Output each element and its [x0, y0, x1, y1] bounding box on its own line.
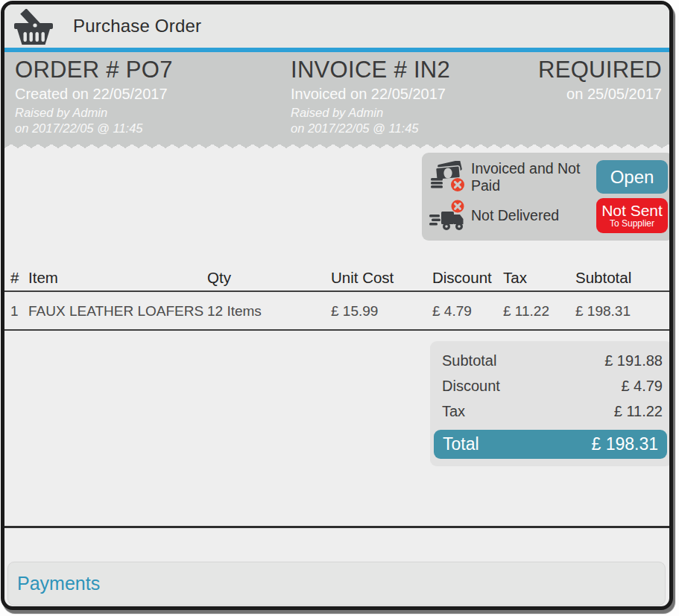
item-row-tax: £ 11.22: [503, 303, 575, 320]
totals-subtotal-row: Subtotal £ 191.88: [442, 348, 663, 373]
required-info: REQUIRED on 25/05/2017: [538, 57, 662, 103]
status-panel: Invoiced and Not Paid Open: [422, 153, 673, 241]
items-table-header: # Item Qty Unit Cost Discount Tax Subtot…: [4, 265, 669, 292]
invoice-raised-on: on 2017/22/05 @ 11:45: [291, 121, 450, 136]
not-sent-sublabel: To Supplier: [610, 219, 654, 229]
money-not-paid-icon: [429, 161, 467, 194]
not-sent-label: Not Sent: [601, 203, 663, 219]
receipt-zigzag-edge: [4, 140, 669, 148]
basket-icon: [12, 9, 55, 46]
purchase-order-window: Purchase Order ORDER # PO7 Created on 22…: [1, 1, 673, 610]
totals-tax-row: Tax £ 11.22: [442, 399, 663, 424]
invoice-raised-by: Raised by Admin: [291, 106, 450, 120]
item-row-num: 1: [10, 303, 28, 320]
order-summary-strip: ORDER # PO7 Created on 22/05/2017 Raised…: [4, 52, 669, 140]
grand-total-label: Total: [443, 434, 479, 454]
item-row[interactable]: 1 FAUX LEATHER LOAFERS 12 Items £ 15.99 …: [4, 293, 669, 331]
totals-box: Subtotal £ 191.88 Discount £ 4.79 Tax £ …: [430, 341, 672, 466]
grand-total-bar: Total £ 198.31: [434, 430, 667, 459]
item-row-unit-cost: £ 15.99: [331, 303, 432, 320]
required-title: REQUIRED: [538, 57, 662, 83]
col-header-unit-cost: Unit Cost: [331, 269, 432, 287]
page-title: Purchase Order: [73, 16, 201, 36]
order-created-date: Created on 22/05/2017: [15, 86, 173, 103]
col-header-num: #: [10, 269, 28, 287]
col-header-discount: Discount: [432, 269, 503, 287]
col-header-tax: Tax: [503, 269, 575, 287]
invoice-date: Invoiced on 22/05/2017: [291, 86, 450, 103]
payments-title: Payments: [17, 573, 100, 594]
open-status-button[interactable]: Open: [596, 160, 668, 194]
grand-total-value: £ 198.31: [591, 434, 658, 454]
order-raised-on: on 2017/22/05 @ 11:45: [15, 121, 173, 136]
not-sent-button[interactable]: Not Sent To Supplier: [596, 198, 668, 233]
required-date: on 25/05/2017: [538, 86, 662, 103]
totals-subtotal-label: Subtotal: [442, 352, 496, 369]
invoice-number: INVOICE # IN2: [291, 57, 450, 83]
col-header-qty: Qty: [207, 269, 331, 287]
totals-tax-value: £ 11.22: [614, 403, 663, 420]
order-number: ORDER # PO7: [15, 57, 173, 83]
item-row-subtotal: £ 198.31: [575, 303, 669, 320]
item-row-name: FAUX LEATHER LOAFERS: [28, 303, 207, 320]
col-header-subtotal: Subtotal: [575, 269, 669, 287]
truck-not-delivered-icon: [429, 200, 467, 232]
item-row-discount: £ 4.79: [432, 303, 503, 320]
item-row-qty: 12 Items: [207, 303, 331, 320]
payment-status-row: Invoiced and Not Paid Open: [429, 160, 668, 194]
payments-separator: [4, 526, 669, 528]
totals-discount-row: Discount £ 4.79: [442, 373, 663, 399]
invoice-info: INVOICE # IN2 Invoiced on 22/05/2017 Rai…: [291, 57, 450, 136]
app-header: Purchase Order: [4, 4, 669, 48]
totals-discount-label: Discount: [442, 378, 500, 395]
payments-section-header[interactable]: Payments: [7, 562, 666, 606]
col-header-item: Item: [28, 269, 207, 287]
payment-status-label: Invoiced and Not Paid: [467, 160, 596, 194]
order-info: ORDER # PO7 Created on 22/05/2017 Raised…: [15, 57, 173, 136]
delivery-status-row: Not Delivered Not Sent To Supplier: [429, 198, 668, 233]
totals-tax-label: Tax: [442, 403, 465, 420]
delivery-status-label: Not Delivered: [467, 207, 596, 224]
totals-discount-value: £ 4.79: [621, 378, 663, 395]
totals-subtotal-value: £ 191.88: [604, 352, 663, 369]
order-raised-by: Raised by Admin: [15, 106, 173, 120]
